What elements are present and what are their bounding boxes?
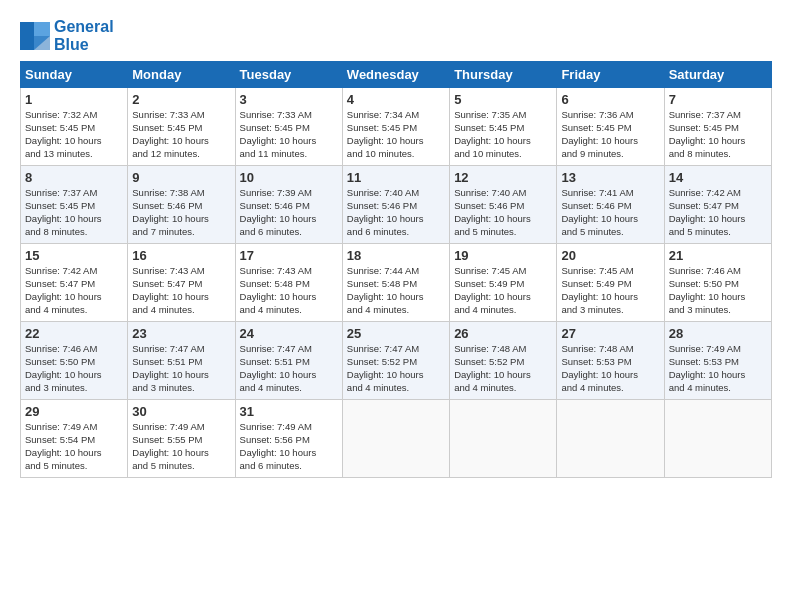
calendar-cell: 7Sunrise: 7:37 AM Sunset: 5:45 PM Daylig… <box>664 88 771 166</box>
calendar-cell: 29Sunrise: 7:49 AM Sunset: 5:54 PM Dayli… <box>21 400 128 478</box>
cell-info: Sunrise: 7:33 AM Sunset: 5:45 PM Dayligh… <box>132 109 230 160</box>
cell-info: Sunrise: 7:39 AM Sunset: 5:46 PM Dayligh… <box>240 187 338 238</box>
day-number: 16 <box>132 248 230 263</box>
cell-info: Sunrise: 7:46 AM Sunset: 5:50 PM Dayligh… <box>25 343 123 394</box>
cell-info: Sunrise: 7:43 AM Sunset: 5:48 PM Dayligh… <box>240 265 338 316</box>
calendar-week-3: 22Sunrise: 7:46 AM Sunset: 5:50 PM Dayli… <box>21 322 772 400</box>
day-number: 11 <box>347 170 445 185</box>
calendar-week-1: 8Sunrise: 7:37 AM Sunset: 5:45 PM Daylig… <box>21 166 772 244</box>
cell-info: Sunrise: 7:49 AM Sunset: 5:53 PM Dayligh… <box>669 343 767 394</box>
day-number: 14 <box>669 170 767 185</box>
col-header-friday: Friday <box>557 62 664 88</box>
col-header-thursday: Thursday <box>450 62 557 88</box>
calendar-cell <box>342 400 449 478</box>
cell-info: Sunrise: 7:46 AM Sunset: 5:50 PM Dayligh… <box>669 265 767 316</box>
day-number: 2 <box>132 92 230 107</box>
cell-info: Sunrise: 7:45 AM Sunset: 5:49 PM Dayligh… <box>561 265 659 316</box>
day-number: 23 <box>132 326 230 341</box>
calendar-cell: 28Sunrise: 7:49 AM Sunset: 5:53 PM Dayli… <box>664 322 771 400</box>
calendar-cell: 22Sunrise: 7:46 AM Sunset: 5:50 PM Dayli… <box>21 322 128 400</box>
day-number: 20 <box>561 248 659 263</box>
day-number: 8 <box>25 170 123 185</box>
calendar-cell <box>450 400 557 478</box>
cell-info: Sunrise: 7:33 AM Sunset: 5:45 PM Dayligh… <box>240 109 338 160</box>
cell-info: Sunrise: 7:35 AM Sunset: 5:45 PM Dayligh… <box>454 109 552 160</box>
calendar-cell: 12Sunrise: 7:40 AM Sunset: 5:46 PM Dayli… <box>450 166 557 244</box>
calendar-cell: 10Sunrise: 7:39 AM Sunset: 5:46 PM Dayli… <box>235 166 342 244</box>
cell-info: Sunrise: 7:42 AM Sunset: 5:47 PM Dayligh… <box>25 265 123 316</box>
cell-info: Sunrise: 7:38 AM Sunset: 5:46 PM Dayligh… <box>132 187 230 238</box>
calendar-cell: 11Sunrise: 7:40 AM Sunset: 5:46 PM Dayli… <box>342 166 449 244</box>
calendar-cell: 31Sunrise: 7:49 AM Sunset: 5:56 PM Dayli… <box>235 400 342 478</box>
cell-info: Sunrise: 7:47 AM Sunset: 5:51 PM Dayligh… <box>240 343 338 394</box>
cell-info: Sunrise: 7:48 AM Sunset: 5:53 PM Dayligh… <box>561 343 659 394</box>
logo-icon <box>20 22 50 50</box>
svg-marker-2 <box>34 36 50 50</box>
cell-info: Sunrise: 7:36 AM Sunset: 5:45 PM Dayligh… <box>561 109 659 160</box>
day-number: 6 <box>561 92 659 107</box>
day-number: 19 <box>454 248 552 263</box>
col-header-wednesday: Wednesday <box>342 62 449 88</box>
day-number: 5 <box>454 92 552 107</box>
day-number: 18 <box>347 248 445 263</box>
cell-info: Sunrise: 7:48 AM Sunset: 5:52 PM Dayligh… <box>454 343 552 394</box>
calendar-cell <box>557 400 664 478</box>
day-number: 29 <box>25 404 123 419</box>
cell-info: Sunrise: 7:40 AM Sunset: 5:46 PM Dayligh… <box>347 187 445 238</box>
col-header-tuesday: Tuesday <box>235 62 342 88</box>
calendar-cell: 24Sunrise: 7:47 AM Sunset: 5:51 PM Dayli… <box>235 322 342 400</box>
col-header-saturday: Saturday <box>664 62 771 88</box>
cell-info: Sunrise: 7:41 AM Sunset: 5:46 PM Dayligh… <box>561 187 659 238</box>
page-container: General Blue SundayMondayTuesdayWednesda… <box>0 0 792 488</box>
calendar-cell: 13Sunrise: 7:41 AM Sunset: 5:46 PM Dayli… <box>557 166 664 244</box>
cell-info: Sunrise: 7:34 AM Sunset: 5:45 PM Dayligh… <box>347 109 445 160</box>
calendar-cell: 17Sunrise: 7:43 AM Sunset: 5:48 PM Dayli… <box>235 244 342 322</box>
day-number: 21 <box>669 248 767 263</box>
day-number: 15 <box>25 248 123 263</box>
cell-info: Sunrise: 7:32 AM Sunset: 5:45 PM Dayligh… <box>25 109 123 160</box>
calendar-cell: 27Sunrise: 7:48 AM Sunset: 5:53 PM Dayli… <box>557 322 664 400</box>
day-number: 4 <box>347 92 445 107</box>
cell-info: Sunrise: 7:45 AM Sunset: 5:49 PM Dayligh… <box>454 265 552 316</box>
day-number: 31 <box>240 404 338 419</box>
day-number: 22 <box>25 326 123 341</box>
cell-info: Sunrise: 7:47 AM Sunset: 5:51 PM Dayligh… <box>132 343 230 394</box>
day-number: 17 <box>240 248 338 263</box>
calendar-cell: 20Sunrise: 7:45 AM Sunset: 5:49 PM Dayli… <box>557 244 664 322</box>
day-number: 7 <box>669 92 767 107</box>
cell-info: Sunrise: 7:49 AM Sunset: 5:54 PM Dayligh… <box>25 421 123 472</box>
day-number: 12 <box>454 170 552 185</box>
calendar-cell: 21Sunrise: 7:46 AM Sunset: 5:50 PM Dayli… <box>664 244 771 322</box>
day-number: 9 <box>132 170 230 185</box>
day-number: 3 <box>240 92 338 107</box>
cell-info: Sunrise: 7:44 AM Sunset: 5:48 PM Dayligh… <box>347 265 445 316</box>
header: General Blue <box>20 18 772 53</box>
calendar-cell: 6Sunrise: 7:36 AM Sunset: 5:45 PM Daylig… <box>557 88 664 166</box>
calendar-week-4: 29Sunrise: 7:49 AM Sunset: 5:54 PM Dayli… <box>21 400 772 478</box>
day-number: 28 <box>669 326 767 341</box>
calendar-week-0: 1Sunrise: 7:32 AM Sunset: 5:45 PM Daylig… <box>21 88 772 166</box>
day-number: 26 <box>454 326 552 341</box>
col-header-monday: Monday <box>128 62 235 88</box>
calendar-cell: 1Sunrise: 7:32 AM Sunset: 5:45 PM Daylig… <box>21 88 128 166</box>
day-number: 25 <box>347 326 445 341</box>
calendar-cell: 3Sunrise: 7:33 AM Sunset: 5:45 PM Daylig… <box>235 88 342 166</box>
cell-info: Sunrise: 7:40 AM Sunset: 5:46 PM Dayligh… <box>454 187 552 238</box>
day-number: 30 <box>132 404 230 419</box>
calendar-cell: 19Sunrise: 7:45 AM Sunset: 5:49 PM Dayli… <box>450 244 557 322</box>
day-number: 24 <box>240 326 338 341</box>
calendar-cell <box>664 400 771 478</box>
calendar-cell: 2Sunrise: 7:33 AM Sunset: 5:45 PM Daylig… <box>128 88 235 166</box>
cell-info: Sunrise: 7:37 AM Sunset: 5:45 PM Dayligh… <box>25 187 123 238</box>
col-header-sunday: Sunday <box>21 62 128 88</box>
calendar-cell: 30Sunrise: 7:49 AM Sunset: 5:55 PM Dayli… <box>128 400 235 478</box>
cell-info: Sunrise: 7:49 AM Sunset: 5:55 PM Dayligh… <box>132 421 230 472</box>
calendar-week-2: 15Sunrise: 7:42 AM Sunset: 5:47 PM Dayli… <box>21 244 772 322</box>
cell-info: Sunrise: 7:43 AM Sunset: 5:47 PM Dayligh… <box>132 265 230 316</box>
calendar-cell: 23Sunrise: 7:47 AM Sunset: 5:51 PM Dayli… <box>128 322 235 400</box>
logo: General Blue <box>20 18 114 53</box>
calendar-cell: 15Sunrise: 7:42 AM Sunset: 5:47 PM Dayli… <box>21 244 128 322</box>
cell-info: Sunrise: 7:37 AM Sunset: 5:45 PM Dayligh… <box>669 109 767 160</box>
calendar-cell: 14Sunrise: 7:42 AM Sunset: 5:47 PM Dayli… <box>664 166 771 244</box>
calendar-cell: 26Sunrise: 7:48 AM Sunset: 5:52 PM Dayli… <box>450 322 557 400</box>
